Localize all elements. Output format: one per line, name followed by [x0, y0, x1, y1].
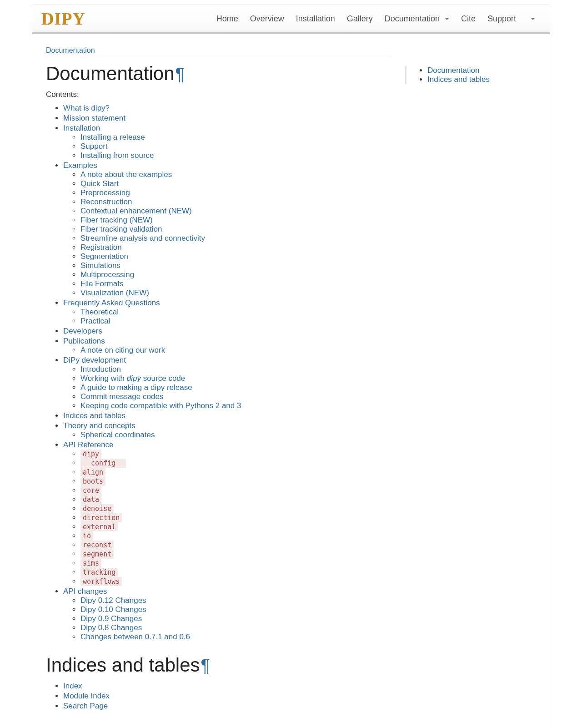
toc-developers[interactable]: Developers [63, 327, 102, 335]
toc-ex-streamline[interactable]: Streamline analysis and connectivity [80, 234, 205, 243]
code-direction: direction [80, 513, 122, 522]
navbar: DIPY Home Overview Installation Gallery … [32, 5, 550, 34]
toc-ex-contextual[interactable]: Contextual enhancement (NEW) [80, 207, 192, 215]
headerlink-icon[interactable]: ¶ [175, 65, 185, 84]
toc-mod-segment[interactable]: segment [80, 550, 114, 558]
code-segment: segment [80, 550, 114, 559]
nav-support[interactable]: Support [482, 10, 522, 28]
nav-overview[interactable]: Overview [245, 10, 290, 28]
toc-ex-simulations[interactable]: Simulations [80, 261, 120, 270]
toc-indices[interactable]: Indices and tables [63, 411, 125, 420]
toc-api-ref[interactable]: API Reference [63, 440, 114, 449]
toc-ex-segmentation[interactable]: Segmentation [80, 252, 128, 261]
brand-logo[interactable]: DIPY [41, 9, 85, 29]
code-io: io [80, 531, 93, 541]
toc-ex-reconstruction[interactable]: Reconstruction [80, 197, 132, 206]
toc-publications[interactable]: Publications [63, 337, 105, 345]
code-core: core [80, 486, 101, 495]
page-title-indices: Indices and tables¶ [46, 654, 391, 676]
nav-documentation-label: Documentation [385, 14, 440, 23]
toc-mod-data[interactable]: data [80, 495, 101, 504]
toc-install-release[interactable]: Installing a release [80, 133, 145, 142]
toc-mod-direction[interactable]: direction [80, 513, 122, 522]
code-reconst: reconst [80, 541, 114, 550]
code-config: __config__ [80, 459, 126, 468]
toc-pub-citing[interactable]: A note on citing our work [80, 346, 165, 354]
nav-links: Home Overview Installation Gallery Docum… [211, 10, 541, 28]
heading-text-indices: Indices and tables [46, 654, 200, 676]
nav-gallery[interactable]: Gallery [341, 10, 378, 28]
indices-module-index[interactable]: Module Index [63, 692, 110, 700]
code-data: data [80, 495, 101, 504]
code-external: external [80, 522, 118, 531]
nav-extra-dropdown[interactable] [522, 10, 541, 28]
code-sims: sims [80, 559, 101, 568]
toc-dev-working[interactable]: Working with dipy source code [80, 374, 185, 383]
toc-changes-09[interactable]: Dipy 0.9 Changes [80, 614, 142, 623]
toc-changes-012[interactable]: Dipy 0.12 Changes [80, 596, 146, 605]
toc-theory-spherical[interactable]: Spherical coordinates [80, 430, 155, 439]
toc-ex-multiprocessing[interactable]: Multiprocessing [80, 270, 134, 279]
toc-dev-intro[interactable]: Introduction [80, 365, 121, 374]
breadcrumb: Documentation [46, 43, 391, 58]
toc-mod-boots[interactable]: boots [80, 477, 105, 485]
toc-theory[interactable]: Theory and concepts [63, 421, 135, 430]
toc-dev-release[interactable]: A guide to making a dipy release [80, 383, 192, 392]
toc-ex-fiber-tracking[interactable]: Fiber tracking (NEW) [80, 216, 153, 224]
toc-mod-io[interactable]: io [80, 531, 93, 540]
nav-installation[interactable]: Installation [291, 10, 341, 28]
toc-mod-workflows[interactable]: workflows [80, 577, 122, 586]
nav-cite[interactable]: Cite [456, 10, 481, 28]
toc-mod-sims[interactable]: sims [80, 559, 101, 567]
side-indices[interactable]: Indices and tables [427, 75, 490, 84]
toc-mod-config[interactable]: __config__ [80, 459, 126, 467]
toc-faq[interactable]: Frequently Asked Questions [63, 298, 160, 307]
nav-home[interactable]: Home [211, 10, 244, 28]
indices-index[interactable]: Index [63, 682, 82, 690]
caret-down-icon [531, 18, 535, 20]
toc-mod-reconst[interactable]: reconst [80, 541, 114, 549]
toc-what-is-dipy[interactable]: What is dipy? [63, 104, 110, 112]
toc-changes-07-06[interactable]: Changes between 0.7.1 and 0.6 [80, 632, 190, 641]
page-title-documentation: Documentation¶ [46, 63, 391, 85]
toc-install-source[interactable]: Installing from source [80, 151, 154, 160]
indices-search[interactable]: Search Page [63, 702, 108, 710]
indices-list: Index Module Index Search Page [46, 682, 391, 711]
breadcrumb-documentation[interactable]: Documentation [46, 46, 95, 54]
code-dipy: dipy [80, 450, 101, 459]
toc-ex-registration[interactable]: Registration [80, 243, 122, 252]
toc-install-support[interactable]: Support [80, 142, 108, 151]
toc-installation[interactable]: Installation [63, 124, 100, 132]
toc-faq-practical[interactable]: Practical [80, 317, 110, 325]
headerlink-icon[interactable]: ¶ [200, 656, 210, 675]
toc-mod-dipy[interactable]: dipy [80, 450, 101, 458]
toc-mission[interactable]: Mission statement [63, 114, 125, 122]
toc-ex-file-formats[interactable]: File Formats [80, 279, 123, 288]
toc-ex-preprocessing[interactable]: Preprocessing [80, 188, 130, 197]
toc-faq-theoretical[interactable]: Theoretical [80, 308, 119, 316]
contents-label: Contents: [46, 90, 391, 99]
toc-dipy-dev[interactable]: DiPy development [63, 356, 126, 364]
toc-mod-denoise[interactable]: denoise [80, 504, 114, 513]
toc-ex-note[interactable]: A note about the examples [80, 170, 172, 179]
toc-mod-external[interactable]: external [80, 522, 118, 531]
code-boots: boots [80, 477, 105, 486]
toc-dev-working-suffix: source code [141, 374, 185, 383]
toc-examples[interactable]: Examples [63, 161, 97, 170]
side-documentation[interactable]: Documentation [427, 66, 479, 75]
nav-documentation[interactable]: Documentation [379, 10, 455, 28]
toc-ex-visualization[interactable]: Visualization (NEW) [80, 288, 149, 297]
toc-list: What is dipy? Mission statement Installa… [46, 104, 391, 642]
toc-changes-08[interactable]: Dipy 0.8 Changes [80, 623, 142, 632]
code-tracking: tracking [80, 568, 118, 577]
toc-mod-align[interactable]: align [80, 468, 105, 476]
toc-changes-010[interactable]: Dipy 0.10 Changes [80, 605, 146, 614]
toc-ex-fiber-validation[interactable]: Fiber tracking validation [80, 225, 162, 233]
toc-dev-commit[interactable]: Commit message codes [80, 392, 163, 401]
toc-mod-tracking[interactable]: tracking [80, 568, 118, 576]
toc-dev-working-em: dipy [127, 374, 141, 383]
toc-mod-core[interactable]: core [80, 486, 101, 495]
toc-dev-py23[interactable]: Keeping code compatible with Pythons 2 a… [80, 401, 241, 410]
toc-ex-quickstart[interactable]: Quick Start [80, 179, 119, 188]
toc-api-changes[interactable]: API changes [63, 587, 107, 596]
